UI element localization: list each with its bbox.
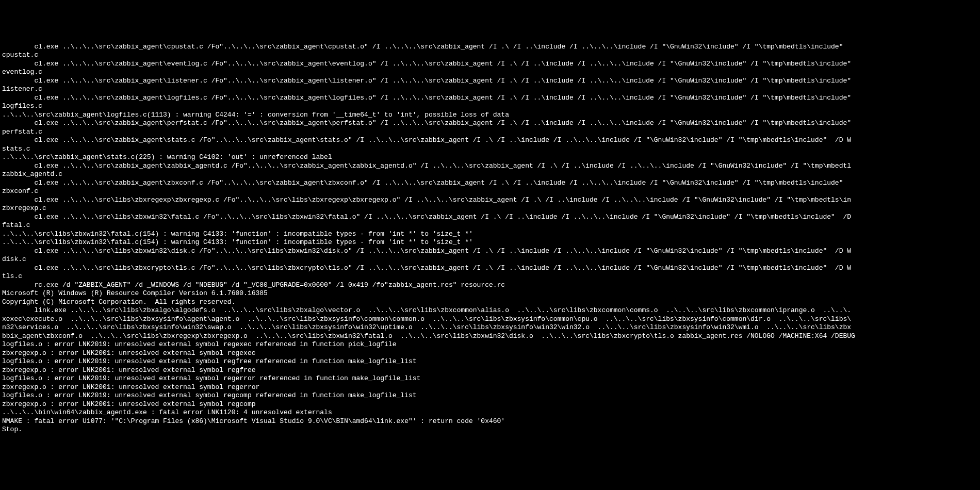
- terminal-line: zabbix_agentd.c: [2, 170, 978, 179]
- terminal-line: stats.c: [2, 145, 978, 154]
- terminal-line: fatal.c: [2, 221, 978, 230]
- terminal-line: logfiles.c: [2, 102, 978, 111]
- terminal-line: disk.c: [2, 255, 978, 264]
- terminal-line: cl.exe ..\..\..\src\zabbix_agent\cpustat…: [2, 43, 978, 52]
- terminal-line: NMAKE : fatal error U1077: '"C:\Program …: [2, 417, 978, 426]
- terminal-line: cl.exe ..\..\..\src\libs\zbxwin32\disk.c…: [2, 247, 978, 256]
- terminal-line: cl.exe ..\..\..\src\libs\zbxcrypto\tls.c…: [2, 264, 978, 273]
- terminal-line: xexec\execute.o ..\..\..\src\libs\zbxsys…: [2, 315, 978, 324]
- terminal-line: cl.exe ..\..\..\src\zabbix_agent\zbxconf…: [2, 179, 978, 188]
- terminal-line: zbxregexp.o : error LNK2001: unresolved …: [2, 400, 978, 409]
- terminal-line: Copyright (C) Microsoft Corporation. All…: [2, 298, 978, 307]
- terminal-line: rc.exe /d "ZABBIX_AGENT" /d _WINDOWS /d …: [2, 281, 978, 290]
- terminal-line: zbxregexp.o : error LNK2001: unresolved …: [2, 366, 978, 375]
- terminal-line: Stop.: [2, 426, 978, 434]
- terminal-line: cl.exe ..\..\..\src\libs\zbxwin32\fatal.…: [2, 213, 978, 222]
- terminal-line: ..\..\..\src\zabbix_agent\logfiles.c(111…: [2, 111, 978, 120]
- terminal-line: logfiles.o : error LNK2019: unresolved e…: [2, 357, 978, 366]
- terminal-line: ..\..\..\src\libs\zbxwin32\fatal.c(154) …: [2, 238, 978, 247]
- terminal-line: zbxregexp.o : error LNK2001: unresolved …: [2, 383, 978, 392]
- terminal-line: cl.exe ..\..\..\src\zabbix_agent\stats.c…: [2, 136, 978, 145]
- terminal-line: logfiles.o : error LNK2019: unresolved e…: [2, 374, 978, 383]
- terminal-line: cpustat.c: [2, 51, 978, 60]
- terminal-line: link.exe ..\..\..\src\libs\zbxalgo\algod…: [2, 306, 978, 315]
- terminal-output[interactable]: cl.exe ..\..\..\src\zabbix_agent\cpustat…: [0, 43, 980, 434]
- terminal-line: ..\..\..\src\libs\zbxwin32\fatal.c(154) …: [2, 230, 978, 239]
- terminal-line: cl.exe ..\..\..\src\libs\zbxregexp\zbxre…: [2, 196, 978, 205]
- terminal-line: cl.exe ..\..\..\src\zabbix_agent\listene…: [2, 77, 978, 86]
- terminal-line: zbxregexp.o : error LNK2001: unresolved …: [2, 349, 978, 358]
- terminal-line: cl.exe ..\..\..\src\zabbix_agent\zabbix_…: [2, 162, 978, 171]
- terminal-line: zbxconf.c: [2, 187, 978, 196]
- terminal-line: perfstat.c: [2, 128, 978, 137]
- terminal-line: eventlog.c: [2, 68, 978, 77]
- terminal-line: cl.exe ..\..\..\src\zabbix_agent\eventlo…: [2, 60, 978, 69]
- terminal-line: cl.exe ..\..\..\src\zabbix_agent\logfile…: [2, 94, 978, 103]
- terminal-line: zbxregexp.c: [2, 204, 978, 213]
- terminal-line: logfiles.o : error LNK2019: unresolved e…: [2, 340, 978, 349]
- terminal-line: Microsoft (R) Windows (R) Resource Compi…: [2, 289, 978, 298]
- terminal-line: listener.c: [2, 85, 978, 94]
- terminal-line: bbix_agent\zbxconf.o ..\..\..\src\libs\z…: [2, 332, 978, 341]
- terminal-line: ..\..\..\bin\win64\zabbix_agentd.exe : f…: [2, 409, 978, 417]
- terminal-line: logfiles.o : error LNK2019: unresolved e…: [2, 391, 978, 400]
- terminal-line: ..\..\..\src\zabbix_agent\stats.c(225) :…: [2, 153, 978, 162]
- terminal-line: cl.exe ..\..\..\src\zabbix_agent\perfsta…: [2, 119, 978, 128]
- terminal-line: n32\services.o ..\..\..\src\libs\zbxsysi…: [2, 323, 978, 332]
- terminal-line: tls.c: [2, 272, 978, 281]
